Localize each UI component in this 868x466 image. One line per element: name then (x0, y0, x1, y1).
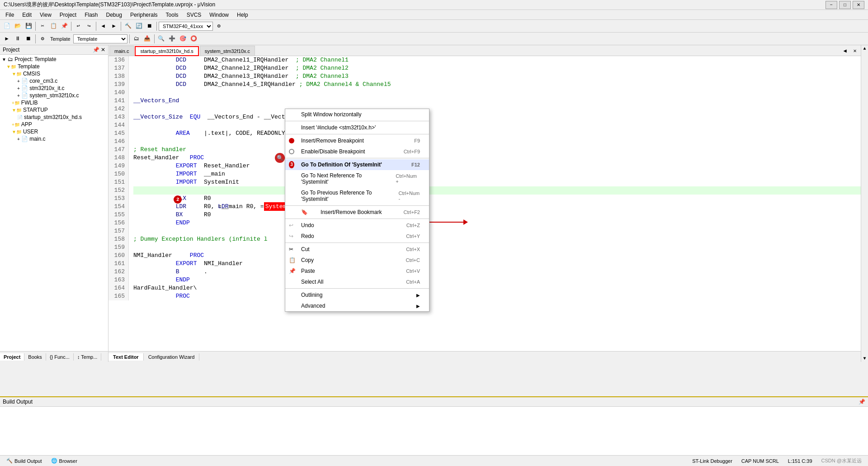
ctx-insert-include[interactable]: Insert '#include <stm32f10x.h>' (285, 122, 429, 133)
tree-main-c[interactable]: + 📄 main.c (1, 135, 107, 143)
ctx-goto-prev[interactable]: Go To Previous Reference To 'SystemInit'… (285, 187, 429, 204)
sidebar-tab-project[interactable]: Project (0, 353, 24, 361)
ctx-copy[interactable]: 📋 Copy Ctrl+C (285, 255, 429, 266)
cut-toolbar-button[interactable]: ✂ (38, 21, 47, 31)
ctx-undo[interactable]: ↩ Undo Ctrl+Z (285, 220, 429, 231)
step-icon2[interactable]: ➕ (167, 34, 177, 44)
ctx-outlining[interactable]: Outlining ▶ (285, 290, 429, 300)
menu-file[interactable]: File (2, 11, 18, 19)
ctx-redo[interactable]: ↪ Redo Ctrl+Y (285, 231, 429, 242)
main-layout: Project 📌 ✕ ▼ 🗂 Project: Template ▼📁 Tem… (0, 45, 868, 362)
template-combo[interactable]: Template (73, 34, 127, 43)
build-output-content[interactable] (0, 407, 868, 455)
debug-btn1[interactable]: ▶ (2, 34, 12, 44)
menu-window[interactable]: Window (206, 11, 232, 19)
ctx-insert-label: Insert '#include <stm32f10x.h>' (301, 124, 376, 131)
ctx-bp-shortcut: F9 (414, 138, 420, 143)
template-label: Template (48, 36, 72, 42)
sidebar-bottom-tabs: Project Books {} Func... ↕ Temp... (0, 351, 108, 362)
step-icon3[interactable]: 🎯 (178, 34, 188, 44)
debug-btn4[interactable]: ⚙ (38, 34, 47, 44)
debug-btn3[interactable]: ⏹ (24, 34, 33, 44)
tree-stm32f10x-it[interactable]: + 📄 stm32f10x_it.c (1, 85, 107, 92)
menu-view[interactable]: View (36, 11, 55, 19)
line-numbers: 136 137 138 139 140 141 142 143 144 145 … (108, 56, 129, 300)
bottom-tab-build[interactable]: 🔨 Build Output (2, 457, 47, 465)
editor-tab-config[interactable]: Configuration Wizard (144, 353, 200, 361)
ctx-insert-breakpoint[interactable]: Insert/Remove Breakpoint F9 (285, 135, 429, 146)
open-button[interactable]: 📂 (13, 21, 23, 31)
ctx-select-all[interactable]: Select All Ctrl+A (285, 276, 429, 287)
arrow-line (427, 222, 463, 223)
tree-core-cm3[interactable]: + 📄 core_cm3.c (1, 77, 107, 85)
project-tree[interactable]: ▼ 🗂 Project: Template ▼📁 Template ▼📁 CMS… (0, 55, 108, 351)
ctx-goto-definition[interactable]: 3 Go To Definition Of 'SystemInit' F12 (285, 159, 429, 170)
maximize-button[interactable]: □ (839, 1, 851, 9)
menu-svcs[interactable]: SVCS (183, 11, 205, 19)
minimize-button[interactable]: − (826, 1, 837, 9)
copy-toolbar-button[interactable]: 📋 (48, 21, 58, 31)
sidebar-tab-temp[interactable]: ↕ Temp... (74, 353, 101, 361)
sidebar-tab-func[interactable]: {} Func... (46, 353, 74, 361)
debug-btn2[interactable]: ⏸ (13, 34, 23, 44)
tree-system-stm32[interactable]: + 📄 system_stm32f10x.c (1, 92, 107, 99)
menu-debug[interactable]: Debug (103, 11, 126, 19)
target-combo[interactable]: STM32F40_41xxx (159, 22, 213, 31)
manage-button[interactable]: 🗂 (132, 34, 142, 44)
scroll-down-button[interactable]: ▼ (863, 356, 866, 361)
bottom-tab-browser[interactable]: 🌐 Browser (47, 457, 82, 465)
new-file-button[interactable]: 📄 (2, 21, 12, 31)
menu-help[interactable]: Help (233, 11, 252, 19)
load-button[interactable]: 📥 (142, 34, 152, 44)
code-text[interactable]: DCD DMA2_Channel1_IRQHandler ; DMA2 Chan… (129, 56, 861, 300)
tab-scroll-left[interactable]: ◀ (840, 46, 850, 56)
undo-toolbar-button[interactable]: ↩ (73, 21, 83, 31)
menu-peripherals[interactable]: Peripherals (127, 11, 161, 19)
tree-startup-file[interactable]: 📄 startup_stm32f10x_hd.s (1, 114, 107, 121)
next-button[interactable]: ▶ (109, 21, 119, 31)
ctx-enable-breakpoint[interactable]: Enable/Disable Breakpoint Ctrl+F9 (285, 146, 429, 157)
prev-button[interactable]: ◀ (98, 21, 108, 31)
build-button[interactable]: 🔨 (123, 21, 133, 31)
close-button[interactable]: ✕ (853, 1, 864, 9)
tree-template[interactable]: ▼📁 Template (1, 63, 107, 70)
save-button[interactable]: 💾 (24, 21, 33, 31)
ctx-paste[interactable]: 📌 Paste Ctrl+V (285, 266, 429, 276)
ctx-cut[interactable]: ✂ Cut Ctrl+X (285, 244, 429, 255)
ctx-copy-icon: 📋 (289, 257, 296, 263)
menu-edit[interactable]: Edit (19, 11, 35, 19)
ctx-split-window[interactable]: Split Window horizontally (285, 109, 429, 120)
code-editor[interactable]: 136 137 138 139 140 141 142 143 144 145 … (108, 56, 861, 351)
stop-button[interactable]: ⏹ (145, 21, 155, 31)
code-line-138: DCD DMA2_Channel3_IRQHandler ; DMA2 Chan… (133, 72, 861, 81)
tab-scroll-right[interactable]: ✕ (850, 46, 860, 56)
tree-startup[interactable]: ▼📁 STARTUP (1, 106, 107, 114)
tab-startup[interactable]: startup_stm32f10x_hd.s (135, 46, 198, 56)
code-line-161: EXPORT NMI_Handler (133, 260, 861, 268)
ctx-advanced[interactable]: Advanced ▶ (285, 300, 429, 311)
tree-fwlib[interactable]: +📁 FWLIB (1, 99, 107, 106)
menu-flash[interactable]: Flash (81, 11, 101, 19)
menu-tools[interactable]: Tools (162, 11, 182, 19)
target-options-button[interactable]: ⚙ (214, 21, 224, 31)
ctx-goto-shortcut: F12 (411, 162, 420, 167)
paste-toolbar-button[interactable]: 📌 (59, 21, 69, 31)
sidebar-tab-books[interactable]: Books (24, 353, 46, 361)
step-icon4[interactable]: ⭕ (189, 34, 199, 44)
ctx-goto-next[interactable]: Go To Next Reference To 'SystemInit' Ctr… (285, 170, 429, 187)
toolbar-main: 📄 📂 💾 ✂ 📋 📌 ↩ ↪ ◀ ▶ 🔨 🔄 ⏹ STM32F40_41xxx… (0, 20, 868, 33)
rebuild-button[interactable]: 🔄 (134, 21, 144, 31)
step-icon1[interactable]: 🔍 (156, 34, 166, 44)
code-line-158: ; Dummy Exception Handlers (infinite l (133, 235, 861, 243)
tree-user[interactable]: ▼📁 USER (1, 128, 107, 135)
tree-app[interactable]: +📁 APP (1, 121, 107, 128)
editor-tab-text[interactable]: Text Editor (108, 353, 144, 361)
tab-system[interactable]: system_stm32f10x.c (200, 46, 255, 56)
redo-toolbar-button[interactable]: ↪ (84, 21, 94, 31)
menu-project[interactable]: Project (56, 11, 80, 19)
tree-cmsis[interactable]: ▼📁 CMSIS (1, 70, 107, 77)
tab-main-c[interactable]: main.c (109, 46, 134, 56)
scroll-up-button[interactable]: ▲ (863, 46, 866, 51)
tree-project-root[interactable]: ▼ 🗂 Project: Template (1, 56, 107, 63)
ctx-bookmark[interactable]: 🔖 Insert/Remove Bookmark Ctrl+F2 (285, 207, 429, 218)
